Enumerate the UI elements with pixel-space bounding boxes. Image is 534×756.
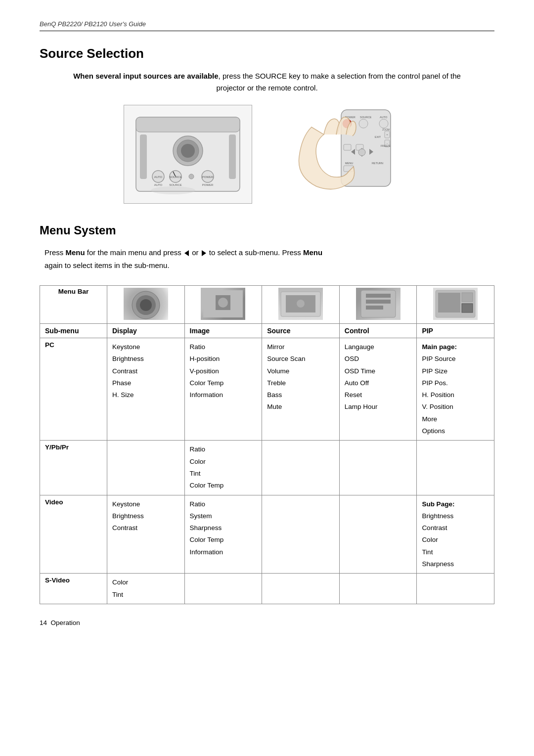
- pc-source-list: MirrorSource ScanVolumeTrebleBassMute: [267, 341, 334, 413]
- svg-text:SOURCE: SOURCE: [169, 183, 182, 186]
- ypbpr-control-items: [339, 441, 417, 495]
- video-pip-items: Sub Page: BrightnessContrastColorTintSha…: [417, 495, 494, 574]
- svg-rect-2: [140, 134, 147, 179]
- image-thumb-svg: [201, 288, 245, 320]
- arrow-right-icon: [202, 250, 206, 256]
- ypbpr-pip-items: [417, 441, 494, 495]
- source-selection-title: Source Selection: [40, 46, 494, 61]
- svg-text:AUTO: AUTO: [154, 176, 163, 178]
- video-label: Video: [40, 495, 107, 574]
- svideo-row: S-Video ColorTint: [40, 574, 494, 604]
- svg-point-48: [218, 298, 228, 308]
- intro-rest: , press the SOURCE key to make a selecti…: [216, 72, 460, 92]
- svg-point-6: [181, 144, 195, 158]
- svg-rect-33: [344, 144, 351, 150]
- ypbpr-image-items: RatioColorTintColor Temp: [184, 441, 262, 495]
- control-thumbnail: [356, 288, 400, 320]
- video-pip-list: Sub Page: BrightnessContrastColorTintSha…: [422, 498, 489, 571]
- intro-menu-bold: Menu: [66, 248, 85, 257]
- video-display-list: KeystoneBrightnessContrast: [112, 498, 179, 534]
- pc-row: PC KeystoneBrightnessContrastPhaseH. Siz…: [40, 338, 494, 441]
- page-footer: 14 Operation: [40, 619, 494, 626]
- pc-control-items: LangaugeOSDOSD TimeAuto OffResetLamp Hou…: [339, 338, 417, 441]
- ypbpr-label: Y/Pb/Pr: [40, 441, 107, 495]
- svideo-image-items: [184, 574, 262, 604]
- source-thumb-cell: [262, 286, 340, 324]
- video-display-items: KeystoneBrightnessContrast: [107, 495, 185, 574]
- pip-thumbnail: [433, 288, 478, 320]
- menu-system-intro: Press Menu for the main menu and press o…: [40, 246, 494, 271]
- svg-rect-59: [462, 293, 473, 302]
- menu-bar-row: Menu Bar: [40, 286, 494, 324]
- svg-text:AUTO: AUTO: [154, 183, 163, 186]
- control-panel-image: AUTO SOURCE POWER AUTO SOURCE POWER: [124, 105, 252, 204]
- svg-point-24: [359, 119, 368, 128]
- pc-pip-list: Main page: PIP SourcePIP SizePIP Pos.H. …: [422, 341, 489, 437]
- svg-rect-3: [229, 134, 236, 179]
- svg-rect-55: [366, 306, 383, 310]
- pc-display-items: KeystoneBrightnessContrastPhaseH. Size: [107, 338, 185, 441]
- image-col-header: Image: [184, 324, 262, 338]
- svg-text:POWER: POWER: [202, 176, 214, 178]
- column-header-row: Sub-menu Display Image Source Control PI…: [40, 324, 494, 338]
- menu-table: Menu Bar: [40, 285, 494, 604]
- svg-text:FREEZE: FREEZE: [381, 144, 391, 147]
- images-row: AUTO SOURCE POWER AUTO SOURCE POWER: [40, 105, 494, 204]
- svg-rect-57: [438, 293, 460, 312]
- svg-text:AUTO: AUTO: [380, 116, 388, 119]
- video-image-list: RatioSystemSharpnessColor TempInformatio…: [190, 498, 257, 558]
- svg-text:EXIT: EXIT: [375, 135, 381, 138]
- image-thumbnail: [201, 288, 245, 320]
- intro-bold: When several input sources are available: [73, 72, 218, 80]
- ypbpr-display-items: [107, 441, 185, 495]
- svideo-label: S-Video: [40, 574, 107, 604]
- svg-point-17: [151, 186, 195, 194]
- svideo-control-items: [339, 574, 417, 604]
- page-number: 14: [40, 619, 47, 626]
- menu-system-title: Menu System: [40, 223, 494, 237]
- ypbpr-row: Y/Pb/Pr RatioColorTintColor Temp: [40, 441, 494, 495]
- svg-point-11: [189, 174, 194, 179]
- svg-point-39: [358, 149, 365, 156]
- header-title: BenQ PB2220/ PB2120 User's Guide: [40, 20, 146, 28]
- pip-thumb-svg: [433, 288, 478, 320]
- pc-pip-items: Main page: PIP SourcePIP SizePIP Pos.H. …: [417, 338, 494, 441]
- pip-thumb-cell: [417, 286, 494, 324]
- svg-rect-1: [136, 117, 240, 132]
- ypbpr-source-items: [262, 441, 340, 495]
- svideo-display-list: ColorTint: [112, 577, 179, 601]
- video-row: Video KeystoneBrightnessContrast RatioSy…: [40, 495, 494, 574]
- svg-rect-54: [366, 300, 391, 304]
- pc-image-items: RatioH-positionV-positionColor TempInfor…: [184, 338, 262, 441]
- video-source-items: [262, 495, 340, 574]
- svideo-display-items: ColorTint: [107, 574, 185, 604]
- remote-control-svg: POWER SOURCE AUTO + ZOOM - EXIT: [287, 107, 405, 201]
- image-thumb-cell: [184, 286, 262, 324]
- video-control-items: [339, 495, 417, 574]
- ypbpr-image-list: RatioColorTintColor Temp: [190, 444, 257, 491]
- control-thumb-cell: [339, 286, 417, 324]
- svg-text:ZOOM: ZOOM: [382, 128, 390, 131]
- svg-point-51: [297, 300, 305, 308]
- intro-or: or: [192, 248, 198, 257]
- display-thumb-svg: [124, 288, 168, 320]
- remote-control-image: POWER SOURCE AUTO + ZOOM - EXIT: [282, 105, 410, 204]
- source-selection-intro: When several input sources are available…: [40, 70, 494, 94]
- pc-display-list: KeystoneBrightnessContrastPhaseH. Size: [112, 341, 179, 401]
- svg-text:RETURN: RETURN: [372, 162, 383, 165]
- svg-text:+: +: [386, 133, 388, 136]
- source-thumbnail: [278, 288, 323, 320]
- svg-text:SOURCE: SOURCE: [360, 116, 372, 119]
- svg-point-45: [140, 299, 152, 311]
- pc-source-items: MirrorSource ScanVolumeTrebleBassMute: [262, 338, 340, 441]
- intro-press: Press: [44, 248, 66, 257]
- display-col-header: Display: [107, 324, 185, 338]
- control-thumb-svg: [356, 288, 400, 320]
- svideo-source-items: [262, 574, 340, 604]
- footer-label: Operation: [51, 619, 80, 626]
- svg-text:POWER: POWER: [202, 183, 214, 186]
- control-panel-svg: AUTO SOURCE POWER AUTO SOURCE POWER: [131, 112, 245, 196]
- source-col-header: Source: [262, 324, 340, 338]
- control-col-header: Control: [339, 324, 417, 338]
- page-header: BenQ PB2220/ PB2120 User's Guide: [40, 20, 494, 31]
